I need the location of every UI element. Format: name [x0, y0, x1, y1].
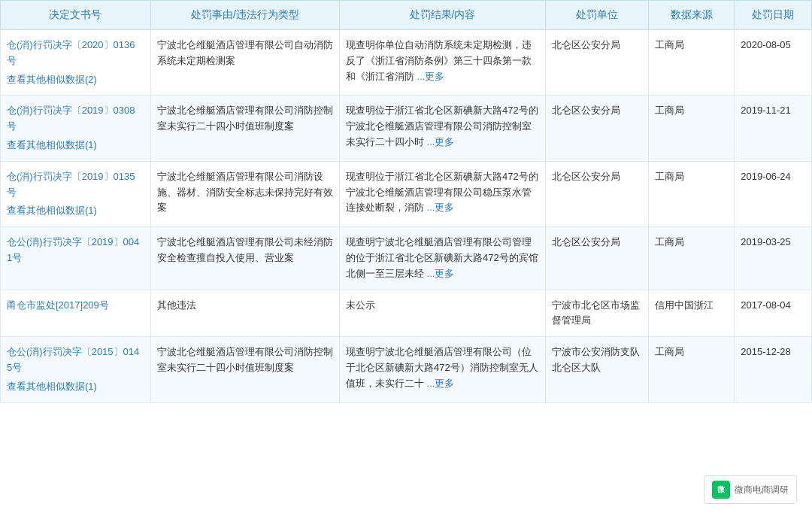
doc-number[interactable]: 仓公(消)行罚决字〔2015〕0145号: [7, 346, 139, 373]
main-table-container: 决定文书号处罚事由/违法行为类型处罚结果/内容处罚单位数据来源处罚日期 仓(消)…: [0, 0, 812, 403]
header-cell: 处罚单位: [546, 1, 649, 30]
unit-cell: 宁波市北仑区市场监督管理局: [546, 290, 649, 337]
table-row: 仓公(消)行罚决字〔2015〕0145号查看其他相似数据(1)宁波北仑维艇酒店管…: [1, 337, 812, 402]
read-more-link[interactable]: ...更多: [424, 268, 454, 279]
read-more-link[interactable]: ...更多: [424, 136, 454, 147]
see-more-link[interactable]: 查看其他相似数据(1): [7, 138, 144, 153]
see-more-link[interactable]: 查看其他相似数据(2): [7, 72, 144, 88]
doc-number: 甬仓市监处[2017]209号: [7, 299, 109, 311]
result-cell: 现查明宁波北仑维艇酒店管理有限公司管理的位于浙江省北仑区新碘新大路472号的宾馆…: [340, 227, 546, 290]
table-header: 决定文书号处罚事由/违法行为类型处罚结果/内容处罚单位数据来源处罚日期: [1, 1, 812, 30]
result-cell: 未公示: [340, 290, 546, 337]
read-more-link[interactable]: ...更多: [424, 378, 454, 389]
doc-number[interactable]: 仓(消)行罚决字〔2019〕0135号: [7, 171, 135, 198]
reason-cell: 宁波北仑维艇酒店管理有限公司自动消防系统未定期检测案: [150, 30, 339, 96]
source-cell: 工商局: [649, 337, 735, 402]
see-more-link[interactable]: 查看其他相似数据(1): [7, 379, 144, 395]
table-row: 仓(消)行罚决字〔2020〕0136号查看其他相似数据(2)宁波北仑维艇酒店管理…: [1, 30, 812, 96]
table-row: 甬仓市监处[2017]209号其他违法未公示宁波市北仑区市场监督管理局信用中国浙…: [1, 290, 812, 337]
source-cell: 工商局: [649, 161, 735, 226]
date-cell: 2019-11-21: [735, 96, 812, 161]
reason-cell: 宁波北仑维艇酒店管理有限公司未经消防安全检查擅自投入使用、营业案: [150, 227, 339, 290]
doc-number[interactable]: 仓(消)行罚决字〔2020〕0136号: [7, 39, 135, 66]
result-cell: 现查明位于浙江省北仑区新碘新大路472号的宁波北仑维艇酒店管理有限公司稳压泵水管…: [340, 161, 546, 226]
reason-cell: 其他违法: [150, 290, 339, 337]
unit-cell: 北仑区公安分局: [546, 96, 649, 161]
date-cell: 2020-08-05: [735, 30, 812, 96]
header-cell: 处罚日期: [735, 1, 812, 30]
doc-number: 仓公(消)行罚决字〔2019〕0041号: [7, 236, 139, 263]
date-cell: 2019-03-25: [735, 227, 812, 290]
result-cell: 现查明你单位自动消防系统未定期检测，违反了《浙江省消防条例》第三十四条第一款和《…: [340, 30, 546, 96]
header-cell: 决定文书号: [1, 1, 151, 30]
unit-cell: 北仑区公安分局: [546, 227, 649, 290]
result-cell: 现查明宁波北仑维艇酒店管理有限公司（位于北仑区新碘新大路472号）消防控制室无人…: [340, 337, 546, 402]
header-row: 决定文书号处罚事由/违法行为类型处罚结果/内容处罚单位数据来源处罚日期: [1, 1, 812, 30]
header-cell: 数据来源: [649, 1, 735, 30]
doc-number-cell: 仓(消)行罚决字〔2019〕0308号查看其他相似数据(1): [1, 96, 151, 161]
table-row: 仓(消)行罚决字〔2019〕0135号查看其他相似数据(1)宁波北仑维艇酒店管理…: [1, 161, 812, 226]
table-body: 仓(消)行罚决字〔2020〕0136号查看其他相似数据(2)宁波北仑维艇酒店管理…: [1, 30, 812, 403]
table-row: 仓(消)行罚决字〔2019〕0308号查看其他相似数据(1)宁波北仑维艇酒店管理…: [1, 96, 812, 161]
doc-number-cell: 甬仓市监处[2017]209号: [1, 290, 151, 337]
penalty-table: 决定文书号处罚事由/违法行为类型处罚结果/内容处罚单位数据来源处罚日期 仓(消)…: [0, 0, 812, 403]
date-cell: 2015-12-28: [735, 337, 812, 402]
doc-number-cell: 仓公(消)行罚决字〔2015〕0145号查看其他相似数据(1): [1, 337, 151, 402]
table-row: 仓公(消)行罚决字〔2019〕0041号宁波北仑维艇酒店管理有限公司未经消防安全…: [1, 227, 812, 290]
doc-number-cell: 仓公(消)行罚决字〔2019〕0041号: [1, 227, 151, 290]
read-more-link[interactable]: ...更多: [424, 202, 454, 213]
header-cell: 处罚事由/违法行为类型: [150, 1, 339, 30]
read-more-link[interactable]: ...更多: [414, 71, 444, 82]
unit-cell: 宁波市公安消防支队北仑区大队: [546, 337, 649, 402]
source-cell: 信用中国浙江: [649, 290, 735, 337]
unit-cell: 北仑区公安分局: [546, 161, 649, 226]
doc-number-cell: 仓(消)行罚决字〔2020〕0136号查看其他相似数据(2): [1, 30, 151, 96]
source-cell: 工商局: [649, 96, 735, 161]
date-cell: 2017-08-04: [735, 290, 812, 337]
source-cell: 工商局: [649, 227, 735, 290]
unit-cell: 北仑区公安分局: [546, 30, 649, 96]
reason-cell: 宁波北仑维艇酒店管理有限公司消防控制室未实行二十四小时值班制度案: [150, 96, 339, 161]
date-cell: 2019-06-24: [735, 161, 812, 226]
reason-cell: 宁波北仑维艇酒店管理有限公司消防控制室未实行二十四小时值班制度案: [150, 337, 339, 402]
see-more-link[interactable]: 查看其他相似数据(1): [7, 203, 144, 219]
doc-number[interactable]: 仓(消)行罚决字〔2019〕0308号: [7, 105, 135, 132]
result-cell: 现查明位于浙江省北仑区新碘新大路472号的宁波北仑维艇酒店管理有限公司消防控制室…: [340, 96, 546, 161]
source-cell: 工商局: [649, 30, 735, 96]
reason-cell: 宁波北仑维艇酒店管理有限公司消防设施、器材、消防安全标志未保持完好有效案: [150, 161, 339, 226]
doc-number-cell: 仓(消)行罚决字〔2019〕0135号查看其他相似数据(1): [1, 161, 151, 226]
header-cell: 处罚结果/内容: [340, 1, 546, 30]
